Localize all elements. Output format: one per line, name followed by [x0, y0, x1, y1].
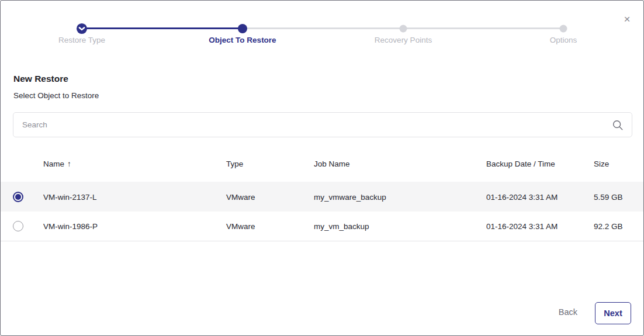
stepper-connector-pending	[403, 27, 563, 29]
table-header: Name↑ Type Job Name Backup Date / Time S…	[1, 155, 643, 173]
step-recovery-points[interactable]: Recovery Points	[375, 36, 432, 44]
stepper-connector-completed	[82, 27, 243, 29]
new-restore-dialog: × Restore Type Object To Restore Recover…	[0, 0, 644, 336]
table-row[interactable]: VM-win-1986-P VMware my_vm_backup 01-16-…	[1, 212, 643, 241]
cell-size: 92.2 GB	[594, 222, 623, 231]
cell-size: 5.59 GB	[594, 192, 623, 201]
radio-selected[interactable]	[13, 192, 23, 202]
search-box	[13, 112, 632, 137]
step-pending-dot[interactable]	[400, 25, 407, 33]
cell-backup-date: 01-16-2024 3:31 AM	[486, 192, 558, 201]
table-row[interactable]: VM-win-2137-L VMware my_vmware_backup 01…	[1, 182, 643, 212]
cell-name: VM-win-1986-P	[43, 222, 98, 231]
cell-backup-date: 01-16-2024 3:31 AM	[486, 222, 558, 231]
page-subtitle: Select Object to Restore	[13, 91, 99, 100]
cell-job-name: my_vmware_backup	[314, 192, 386, 201]
cell-job-name: my_vm_backup	[314, 222, 369, 231]
page-title: New Restore	[13, 74, 68, 84]
next-button[interactable]: Next	[595, 302, 631, 324]
column-header-size[interactable]: Size	[594, 160, 609, 168]
step-restore-type[interactable]: Restore Type	[58, 36, 105, 44]
cell-type: VMware	[226, 222, 255, 231]
close-icon[interactable]: ×	[620, 12, 634, 26]
column-header-name[interactable]: Name↑	[43, 160, 71, 168]
column-header-backup-date[interactable]: Backup Date / Time	[486, 160, 555, 168]
step-active-dot[interactable]	[238, 24, 247, 33]
column-label-name: Name	[43, 160, 64, 168]
column-header-job-name[interactable]: Job Name	[314, 160, 350, 168]
column-header-type[interactable]: Type	[226, 160, 243, 168]
search-icon	[611, 119, 624, 131]
sort-asc-icon: ↑	[67, 160, 71, 168]
step-options[interactable]: Options	[550, 36, 577, 44]
radio-unselected[interactable]	[13, 221, 23, 231]
search-input[interactable]	[13, 120, 611, 129]
cell-type: VMware	[226, 192, 255, 201]
stepper-connector-pending	[243, 27, 403, 29]
step-pending-dot[interactable]	[560, 25, 567, 33]
back-button[interactable]: Back	[555, 307, 581, 317]
cell-name: VM-win-2137-L	[43, 192, 97, 201]
step-completed-check-icon[interactable]	[77, 23, 88, 34]
step-object-to-restore[interactable]: Object To Restore	[209, 36, 276, 44]
